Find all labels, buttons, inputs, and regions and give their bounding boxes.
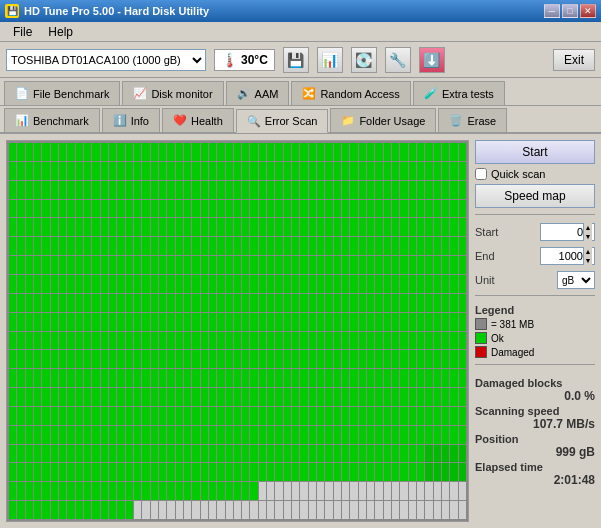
scan-cell (359, 463, 366, 481)
legend-size-item: = 381 MB (475, 318, 595, 330)
scan-cell (242, 313, 249, 331)
scan-cell (409, 162, 416, 180)
scan-cell (400, 350, 407, 368)
scan-cell (325, 275, 332, 293)
scan-cell (9, 313, 16, 331)
tab-benchmark[interactable]: 📊 Benchmark (4, 108, 100, 132)
scan-cell (226, 218, 233, 236)
scan-cell (184, 181, 191, 199)
scan-cell (367, 294, 374, 312)
exit-button[interactable]: Exit (553, 49, 595, 71)
scan-cell (117, 388, 124, 406)
scan-cell (409, 200, 416, 218)
scan-cell (459, 200, 466, 218)
scan-cell (234, 181, 241, 199)
scan-cell (292, 313, 299, 331)
scan-cell (51, 463, 58, 481)
maximize-button[interactable]: □ (562, 4, 578, 18)
scan-cell (384, 407, 391, 425)
scan-cell (367, 482, 374, 500)
scan-cell (209, 463, 216, 481)
toolbar-btn-2[interactable]: 📊 (317, 47, 343, 73)
tab-extra-tests[interactable]: 🧪 Extra tests (413, 81, 505, 105)
scan-cell (34, 463, 41, 481)
unit-selector[interactable]: gB MB (557, 271, 595, 289)
scan-cell (76, 218, 83, 236)
tab-random-access[interactable]: 🔀 Random Access (291, 81, 410, 105)
scan-cell (192, 313, 199, 331)
end-down-arrow[interactable]: ▼ (584, 256, 592, 265)
scan-cell (459, 294, 466, 312)
tab-erase[interactable]: 🗑️ Erase (438, 108, 507, 132)
tab-aam[interactable]: 🔊 AAM (226, 81, 290, 105)
scan-cell (92, 294, 99, 312)
tab-error-scan[interactable]: 🔍 Error Scan (236, 109, 329, 133)
scan-cell (325, 313, 332, 331)
scan-cell (334, 463, 341, 481)
tab-folder-usage[interactable]: 📁 Folder Usage (330, 108, 436, 132)
scan-cell (234, 463, 241, 481)
scan-cell (84, 143, 91, 161)
scan-cell (434, 482, 441, 500)
scan-cell (217, 313, 224, 331)
tab-health[interactable]: ❤️ Health (162, 108, 234, 132)
toolbar-btn-5[interactable]: ⬇️ (419, 47, 445, 73)
minimize-button[interactable]: ─ (544, 4, 560, 18)
scan-cell (450, 388, 457, 406)
scan-cell (126, 463, 133, 481)
scan-cell (275, 445, 282, 463)
scan-cell (117, 463, 124, 481)
scan-cell (51, 482, 58, 500)
scan-cell (284, 350, 291, 368)
scan-cell (359, 218, 366, 236)
scan-cell (359, 369, 366, 387)
scan-cell (350, 332, 357, 350)
scan-cell (176, 200, 183, 218)
menu-help[interactable]: Help (40, 23, 81, 41)
scan-cell (375, 313, 382, 331)
start-input[interactable] (541, 224, 583, 240)
scan-cell (375, 332, 382, 350)
tab-disk-monitor[interactable]: 📈 Disk monitor (122, 81, 223, 105)
scan-cell (76, 350, 83, 368)
scan-cell (51, 162, 58, 180)
quick-scan-checkbox[interactable] (475, 168, 487, 180)
scan-cell (459, 482, 466, 500)
close-button[interactable]: ✕ (580, 4, 596, 18)
tab-file-benchmark[interactable]: 📄 File Benchmark (4, 81, 120, 105)
disk-selector[interactable]: TOSHIBA DT01ACA100 (1000 gB) (6, 49, 206, 71)
scan-cell (375, 463, 382, 481)
title-bar-left: 💾 HD Tune Pro 5.00 - Hard Disk Utility (5, 4, 209, 18)
scan-cell (142, 162, 149, 180)
end-input[interactable] (541, 248, 583, 264)
scan-cell (409, 445, 416, 463)
scan-cell (459, 181, 466, 199)
scan-cell (92, 369, 99, 387)
scan-cell (184, 388, 191, 406)
elapsed-time-label: Elapsed time (475, 461, 595, 473)
start-down-arrow[interactable]: ▼ (584, 232, 592, 241)
toolbar-btn-3[interactable]: 💽 (351, 47, 377, 73)
scan-cell (59, 388, 66, 406)
speed-map-button[interactable]: Speed map (475, 184, 595, 208)
scan-cell (76, 275, 83, 293)
scan-cell (342, 426, 349, 444)
start-button[interactable]: Start (475, 140, 595, 164)
tab-info[interactable]: ℹ️ Info (102, 108, 160, 132)
scan-cell (209, 369, 216, 387)
menu-file[interactable]: File (5, 23, 40, 41)
scan-cell (267, 445, 274, 463)
toolbar-btn-1[interactable]: 💾 (283, 47, 309, 73)
start-up-arrow[interactable]: ▲ (584, 223, 592, 232)
scan-cell (425, 294, 432, 312)
scan-cell (109, 501, 116, 519)
scan-cell (134, 256, 141, 274)
scan-cell (9, 350, 16, 368)
scan-cell (334, 181, 341, 199)
scan-cell (34, 332, 41, 350)
scan-cell (67, 369, 74, 387)
scan-cell (17, 407, 24, 425)
scan-cell (392, 369, 399, 387)
end-up-arrow[interactable]: ▲ (584, 247, 592, 256)
toolbar-btn-4[interactable]: 🔧 (385, 47, 411, 73)
